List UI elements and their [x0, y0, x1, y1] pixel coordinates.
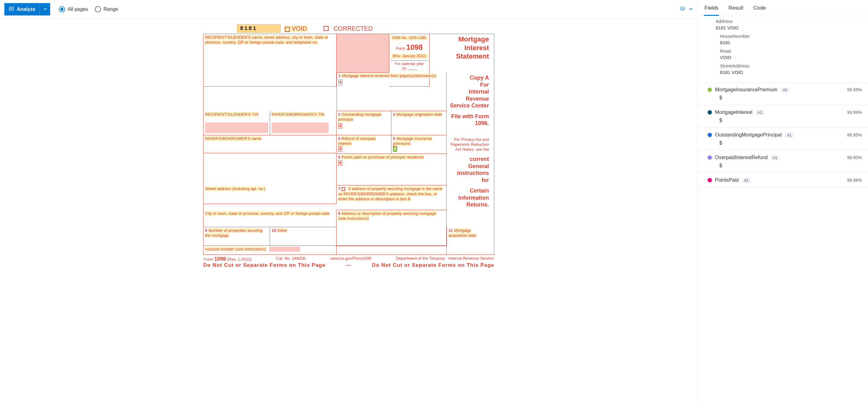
field-badge: #1 — [781, 87, 789, 93]
field-name: MortgageInsurancePremium — [715, 87, 778, 93]
field-confidence: 98.60% — [847, 155, 862, 160]
file-with: File with Form 1096. — [451, 113, 489, 127]
fields-panel[interactable]: Address 8181 VOID HouseNumber 8181 Road … — [698, 16, 868, 403]
box9-label: Number of properties securing the mortga… — [205, 228, 262, 238]
layers-icon[interactable] — [679, 6, 686, 13]
corrected-label: CORRECTED — [334, 25, 373, 32]
radio-all-pages-label: All pages — [67, 6, 88, 12]
box1-label: Mortgage interest received from payer(s)… — [342, 73, 436, 78]
field-confidence: 99.95% — [847, 132, 862, 137]
box4-label: Refund of overpaid interest — [338, 136, 376, 146]
field-value: $ — [719, 95, 862, 101]
box10-label: Other — [277, 228, 287, 233]
field-color-dot — [708, 178, 712, 182]
radio-all-pages[interactable]: All pages — [59, 6, 88, 12]
tab-fields[interactable]: Fields — [704, 3, 719, 16]
account-label: Account number (see instructions) — [205, 247, 266, 251]
copy-a: Copy A — [470, 75, 489, 81]
document-viewer[interactable]: 8181 VOID CORRECTED RECIPIENT'S/LENDER'S… — [0, 19, 698, 403]
field-color-dot — [708, 88, 712, 92]
box7-label: If address of property securing mortgage… — [338, 186, 442, 201]
field-item[interactable]: MortgageInsurancePremium#199.59%$ — [698, 82, 868, 105]
recipient-tin-label: RECIPIENT'S/LENDER'S TIN — [205, 112, 258, 117]
field-confidence: 99.98% — [847, 178, 862, 182]
box6-label: Points paid on purchase of principal res… — [342, 155, 424, 159]
field-name: OutstandingMortgagePrincipal — [715, 132, 782, 138]
form-1098: 8181 VOID CORRECTED RECIPIENT'S/LENDER'S… — [203, 25, 494, 268]
address-value: 8181 VOID — [716, 25, 862, 30]
field-item[interactable]: MortgageInterest#199.99%$ — [698, 105, 868, 128]
payer-name-label: PAYER'S/BORROWER'S name — [205, 136, 261, 141]
tab-code[interactable]: Code — [753, 3, 767, 16]
void-label: VOID — [292, 25, 307, 32]
street-label: Street address (including apt. no.) — [205, 186, 266, 191]
box3-label: Mortgage origination date — [396, 112, 442, 117]
radio-range[interactable]: Range — [95, 6, 118, 12]
field-name: MortgageInterest — [715, 109, 752, 115]
field-value: $ — [719, 117, 862, 123]
box2-label: Outstanding mortgage principal — [338, 112, 381, 122]
radio-unchecked-icon — [95, 6, 101, 12]
analyze-icon — [9, 6, 14, 13]
void-checkbox — [285, 27, 290, 32]
box8-label: Address or description of property secur… — [338, 211, 436, 221]
field-item[interactable]: PointsPaid#199.98% — [698, 173, 868, 188]
omb-number: OMB No. 1545-1380 — [391, 36, 428, 40]
field-color-dot — [708, 133, 712, 137]
field-item[interactable]: OverpaidInterestRefund#198.60%$ — [698, 150, 868, 173]
layers-chevron-icon[interactable] — [689, 7, 693, 12]
road-value: VOID — [720, 55, 862, 60]
field-address[interactable]: Address 8181 VOID HouseNumber 8181 Road … — [698, 16, 868, 82]
field-badge: #1 — [742, 178, 751, 183]
field-name: PointsPaid — [715, 177, 739, 183]
field-color-dot — [708, 156, 712, 160]
field-badge: #1 — [785, 132, 794, 138]
field-value: $ — [719, 163, 862, 168]
form-code-chip: 8181 — [237, 25, 281, 33]
field-badge: #1 — [771, 155, 779, 160]
form-url: www.irs.gov/Form1098 — [331, 256, 371, 262]
field-color-dot — [708, 110, 712, 114]
street-address-value: 8181 VOID — [720, 70, 862, 75]
field-name: OverpaidInterestRefund — [715, 155, 768, 160]
chevron-down-icon — [43, 7, 47, 12]
toolbar: Analyze All pages Range — [0, 0, 698, 19]
box11-label: Mortgage acquisition date — [448, 228, 476, 238]
form-title-1: Mortgage — [431, 35, 489, 44]
cat-number: Cat. No. 14402K — [276, 256, 306, 262]
field-item[interactable]: OutstandingMortgagePrincipal#199.95%$ — [698, 128, 868, 150]
form-title-3: Statement — [431, 52, 489, 61]
form-number: 1098 — [406, 43, 423, 52]
form-title-2: Interest — [431, 44, 489, 52]
radio-checked-icon — [59, 6, 65, 12]
analyze-label: Analyze — [17, 6, 35, 12]
house-number-value: 8181 — [720, 40, 862, 45]
field-confidence: 99.99% — [847, 110, 862, 115]
field-value: $ — [719, 140, 862, 146]
field-badge: #1 — [755, 110, 764, 115]
field-confidence: 99.59% — [847, 87, 862, 92]
form-revision: (Rev. January 2022) — [391, 54, 428, 59]
payer-tin-label: PAYER'S/BORROWER'S TIN — [272, 112, 324, 117]
recipient-header: RECIPIENT'S/LENDER'S name, street addres… — [205, 35, 328, 44]
dept-treasury: Department of the Treasury - Internal Re… — [396, 256, 494, 262]
radio-range-label: Range — [103, 6, 118, 12]
city-label: City or town, state or province, country… — [205, 211, 330, 216]
analyze-button[interactable]: Analyze — [4, 3, 40, 15]
corrected-checkbox — [323, 26, 329, 31]
analyze-dropdown-button[interactable] — [40, 3, 50, 15]
right-tabs: Fields Result Code — [698, 0, 868, 16]
do-not-cut-left: Do Not Cut or Separate Forms on This Pag… — [203, 262, 326, 268]
do-not-cut-right: Do Not Cut or Separate Forms on This Pag… — [372, 262, 494, 268]
tab-result[interactable]: Result — [728, 3, 744, 16]
box5-label: Mortgage insurance premiums — [393, 136, 432, 146]
